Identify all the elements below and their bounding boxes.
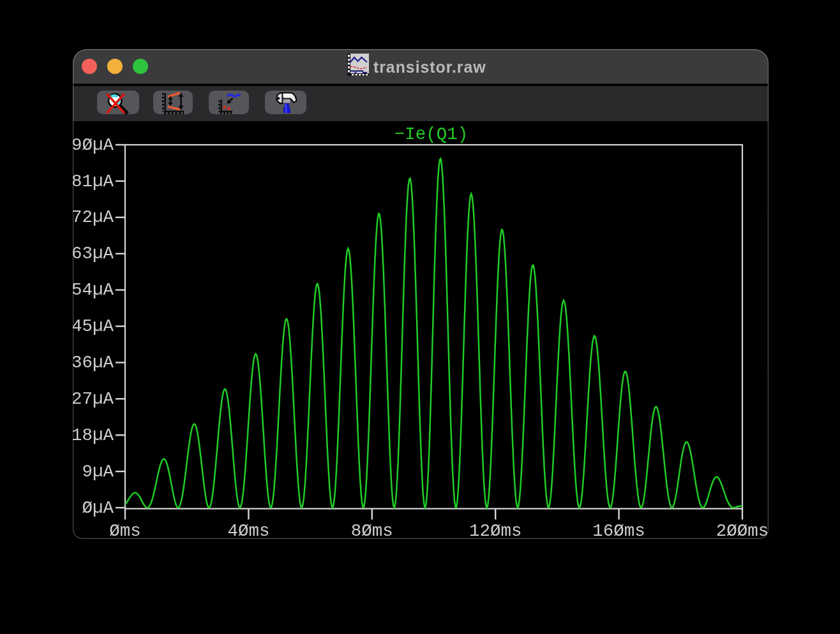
svg-text:9µA: 9µA <box>82 461 114 481</box>
svg-text:16Øms: 16Øms <box>592 520 645 540</box>
svg-text:27µA: 27µA <box>73 388 114 408</box>
svg-text:4Øms: 4Øms <box>227 520 269 540</box>
svg-text:72µA: 72µA <box>73 207 114 227</box>
svg-text:−Ie(Q1): −Ie(Q1) <box>394 124 468 144</box>
svg-text:18µA: 18µA <box>73 425 114 445</box>
svg-text:9ØµA: 9ØµA <box>73 135 114 154</box>
svg-text:12Øms: 12Øms <box>469 520 521 540</box>
svg-text:2ØØms: 2ØØms <box>716 520 768 540</box>
svg-text:36µA: 36µA <box>73 353 114 372</box>
svg-text:8Øms: 8Øms <box>350 520 393 540</box>
svg-text:ØµA: ØµA <box>82 498 114 517</box>
svg-text:Øms: Øms <box>109 520 141 540</box>
svg-text:81µA: 81µA <box>73 171 114 191</box>
svg-text:54µA: 54µA <box>73 280 114 300</box>
svg-text:45µA: 45µA <box>73 316 114 336</box>
svg-text:63µA: 63µA <box>73 244 114 263</box>
